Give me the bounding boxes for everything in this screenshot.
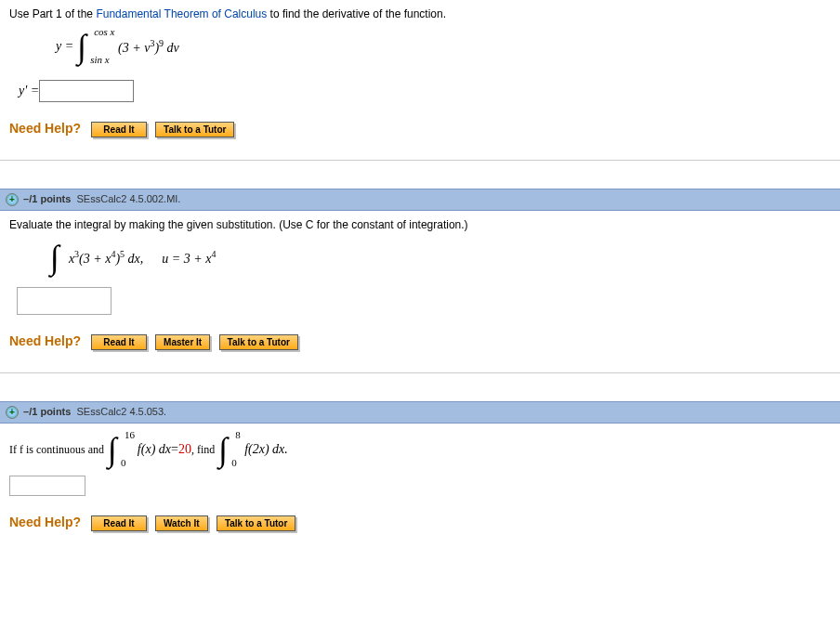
need-help-label: Need Help? [9,121,81,136]
q1-prompt: Use Part 1 of the Fundamental Theorem of… [9,7,831,20]
integrand: (3 + v3)9 dv [118,38,179,56]
talk-tutor-button[interactable]: Talk to a Tutor [155,122,234,137]
question-2: Evaluate the integral by making the give… [0,211,840,372]
integral-2: ∫ 8 0 [218,433,228,466]
q2-prompt: Evaluate the integral by making the give… [9,218,831,231]
q1-equation: y = ∫ cos x sin x (3 + v3)9 dv [56,30,831,63]
integrand-2: f(2x) dx. [244,442,288,457]
lower-limit: 0 [231,457,237,468]
points-label: –/1 points [23,406,71,417]
integrand-1: f(x) dx [138,442,171,457]
q2-header: + –/1 points SEssCalc2 4.5.002.MI. [0,189,840,211]
find-text: , find [191,443,215,457]
upper-limit: 8 [235,429,241,440]
substitution: u = 3 + x4 [162,249,216,267]
upper-limit: cos x [94,26,114,37]
equals: = [171,442,178,457]
q1-answer-input[interactable] [39,80,134,102]
q1-answer-row: y' = [19,80,831,102]
ftc-link[interactable]: Fundamental Theorem of Calculus [96,7,267,20]
text: If f is continuous and [9,443,104,457]
q3-answer-input[interactable] [9,476,85,496]
question-3: If f is continuous and ∫ 16 0 f(x) dx = … [0,424,840,546]
integrand: x3(3 + x4)5 dx, [69,249,143,267]
talk-tutor-button[interactable]: Talk to a Tutor [219,334,298,350]
need-help-label: Need Help? [9,333,81,348]
reference-label: SEssCalc2 4.5.053. [77,406,167,417]
integral-1: ∫ 16 0 [108,433,117,466]
text: Use Part 1 of the [9,7,96,20]
q3-header: + –/1 points SEssCalc2 4.5.053. [0,401,840,424]
need-help-label: Need Help? [9,515,81,529]
q2-equation: ∫ x3(3 + x4)5 dx, u = 3 + x4 [46,241,831,274]
y-label: y = [56,39,73,54]
given-value: 20 [178,442,191,457]
master-it-button[interactable]: Master It [155,334,210,350]
q3-help-row: Need Help? Read It Watch It Talk to a Tu… [0,515,840,546]
points-label: –/1 points [23,193,71,204]
lower-limit: 0 [121,457,126,468]
read-it-button[interactable]: Read It [91,334,146,350]
q2-help-row: Need Help? Read It Master It Talk to a T… [9,333,831,350]
question-1: Use Part 1 of the Fundamental Theorem of… [0,0,840,160]
upper-limit: 16 [125,429,135,440]
read-it-button[interactable]: Read It [91,122,146,137]
integral-symbol: ∫ cos x sin x [77,30,86,63]
integral-symbol: ∫ [50,241,59,274]
q2-answer-input[interactable] [17,287,112,315]
lower-limit: sin x [90,54,109,65]
talk-tutor-button[interactable]: Talk to a Tutor [217,515,295,531]
read-it-button[interactable]: Read It [91,515,146,531]
watch-it-button[interactable]: Watch It [155,515,208,531]
text: to find the derivative of the function. [267,7,446,20]
q1-help-row: Need Help? Read It Talk to a Tutor [9,121,831,137]
q3-equation: If f is continuous and ∫ 16 0 f(x) dx = … [0,424,840,476]
expand-icon[interactable]: + [6,406,19,419]
yprime-label: y' = [19,84,39,98]
expand-icon[interactable]: + [6,193,19,206]
reference-label: SEssCalc2 4.5.002.MI. [77,193,181,204]
